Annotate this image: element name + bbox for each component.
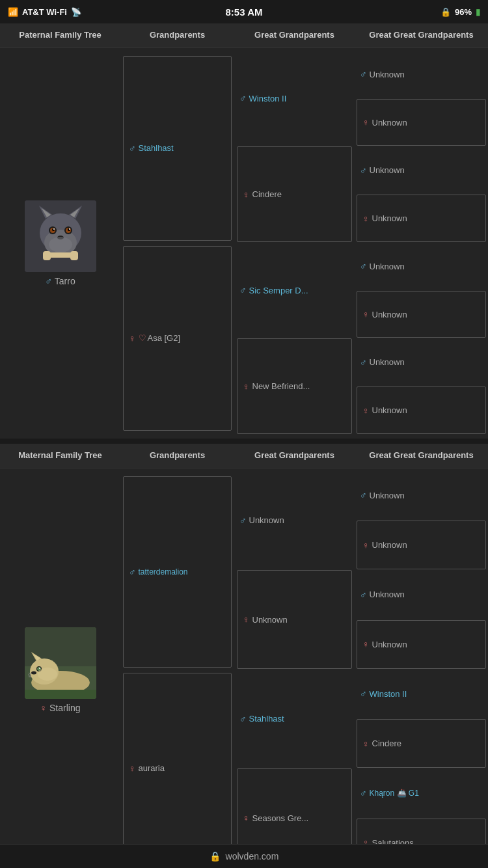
auraria-gender-icon: ♀: [129, 763, 136, 774]
paternal-gggp-ppm[interactable]: ♀ Unknown: [357, 99, 486, 146]
sicsemper-name[interactable]: Sic Semper D...: [249, 286, 308, 295]
cindere-gender-icon: ♀: [243, 189, 250, 200]
mat-ggp-mp-name[interactable]: Stahlhast: [249, 714, 284, 724]
maternal-gggp-pmp[interactable]: ♂ Unknown: [355, 571, 488, 618]
paternal-gggp-mpm[interactable]: ♀ Unknown: [357, 291, 486, 338]
svg-point-14: [69, 228, 70, 230]
mat-gggp-mmp-name[interactable]: Khąron 🚢 G1: [370, 789, 419, 798]
status-time: 8:53 AM: [226, 7, 263, 18]
gggp-mmp-name[interactable]: Unknown: [370, 357, 405, 367]
paternal-gggp-ppp[interactable]: ♂ Unknown: [355, 51, 488, 98]
paternal-gggp-mmm[interactable]: ♀ Unknown: [357, 387, 486, 434]
tatterdemalion-name[interactable]: tatterdemalion: [139, 567, 188, 576]
maternal-gp-pat[interactable]: ♂ tatterdemalion: [123, 476, 232, 668]
svg-point-28: [39, 668, 40, 669]
starling-name-row: ♀ Starling: [40, 703, 81, 713]
gggp-mpm-name[interactable]: Unknown: [372, 310, 407, 319]
asa-gender-icon: ♀: [129, 333, 136, 344]
tarro-avatar[interactable]: [25, 200, 96, 272]
starling-gender-icon: ♀: [40, 703, 47, 713]
gggp-ppp-name[interactable]: Unknown: [370, 70, 405, 79]
maternal-gggp-col: ♂ Unknown ♀ Unknown ♂ Unknown ♀ Unknown …: [355, 468, 488, 868]
mat-ggp-pp-gender: ♂: [239, 515, 247, 526]
mat-gggp-pmp-gender: ♂: [360, 590, 367, 600]
maternal-gggp-ppm[interactable]: ♀ Unknown: [357, 521, 486, 569]
maternal-ggp-pm[interactable]: ♀ Unknown: [237, 570, 352, 669]
mat-ggp-pm-name[interactable]: Unknown: [252, 615, 288, 625]
svg-point-30: [38, 668, 57, 681]
maternal-col-header-2: Grandparents: [120, 448, 234, 464]
footer-lock-icon: 🔒: [210, 851, 221, 861]
footer: 🔒 wolvden.com: [0, 844, 488, 868]
paternal-col-headers: Paternal Family Tree Grandparents Great …: [0, 23, 488, 48]
svg-point-19: [49, 237, 72, 252]
svg-point-13: [53, 228, 55, 230]
sicsemper-gender-icon: ♂: [239, 285, 247, 295]
paternal-col-header-4: Great Great Grandparents: [355, 27, 488, 44]
maternal-gggp-mpm[interactable]: ♀ Cindere: [357, 719, 486, 768]
gggp-mpp-name[interactable]: Unknown: [370, 262, 405, 271]
gggp-ppm-gender: ♀: [362, 117, 370, 128]
mat-gggp-mpp-name[interactable]: Winston II: [370, 689, 407, 699]
mat-gggp-pmp-name[interactable]: Unknown: [370, 590, 405, 599]
paternal-col-header-2: Grandparents: [120, 27, 234, 44]
starling-name[interactable]: Starling: [49, 703, 80, 713]
svg-rect-17: [43, 251, 51, 260]
mat-gggp-ppm-gender: ♀: [362, 540, 370, 550]
mat-gggp-pmm-name[interactable]: Unknown: [372, 640, 407, 649]
maternal-ggp-mp[interactable]: ♂ Stahlhast: [234, 670, 355, 768]
paternal-gggp-pmm[interactable]: ♀ Unknown: [357, 195, 486, 242]
paternal-gggp-mpp[interactable]: ♂ Unknown: [355, 243, 488, 290]
cindere-name[interactable]: Cindere: [252, 189, 282, 199]
maternal-gggp-pmm[interactable]: ♀ Unknown: [357, 620, 486, 669]
footer-url[interactable]: wolvden.com: [226, 851, 279, 861]
mat-gggp-ppm-name[interactable]: Unknown: [372, 540, 407, 550]
paternal-ggp-pm[interactable]: ♀ Cindere: [237, 146, 352, 242]
mat-gggp-pmm-gender: ♀: [362, 639, 370, 649]
maternal-gp-mat[interactable]: ♀ auraria: [123, 673, 232, 864]
stahlhast-name[interactable]: Stahlhast: [139, 143, 174, 153]
maternal-gggp-ppp[interactable]: ♂ Unknown: [355, 472, 488, 519]
paternal-col-header-1: Paternal Family Tree: [0, 27, 120, 44]
gggp-ppm-name[interactable]: Unknown: [372, 118, 407, 128]
maternal-gggp-mmp[interactable]: ♂ Khąron 🚢 G1: [355, 769, 488, 817]
status-left: 📶 AT&T Wi-Fi 📡: [8, 7, 81, 17]
paternal-ggp-pp[interactable]: ♂ Winston II: [234, 51, 355, 146]
gggp-pmp-gender: ♂: [360, 165, 367, 176]
mat-ggp-mp-gender: ♂: [239, 714, 247, 724]
gggp-mpp-gender: ♂: [360, 261, 367, 271]
newbefriend-gender-icon: ♀: [243, 381, 250, 392]
starling-avatar[interactable]: [25, 627, 96, 699]
paternal-ggp-mm[interactable]: ♀ New Befriend...: [237, 338, 352, 434]
maternal-self-col: ♀ Starling: [0, 468, 120, 868]
asa-name[interactable]: Asa [G2]: [148, 333, 181, 343]
mat-gggp-ppp-name[interactable]: Unknown: [370, 491, 405, 500]
tatterdemalion-gender-icon: ♂: [129, 567, 136, 577]
section-divider: [0, 439, 488, 444]
mat-gggp-mpm-gender: ♀: [362, 739, 370, 749]
gggp-mmp-gender: ♂: [360, 357, 367, 368]
gggp-pmp-name[interactable]: Unknown: [370, 165, 405, 175]
tarro-name[interactable]: Tarro: [55, 276, 75, 286]
mat-gggp-mpm-name[interactable]: Cindere: [372, 739, 402, 748]
maternal-ggp-pp[interactable]: ♂ Unknown: [234, 472, 355, 569]
mat-ggp-pp-name[interactable]: Unknown: [249, 515, 284, 525]
auraria-name[interactable]: auraria: [139, 763, 165, 773]
maternal-col-headers: Maternal Family Tree Grandparents Great …: [0, 444, 488, 468]
paternal-ggp-mp[interactable]: ♂ Sic Semper D...: [234, 243, 355, 338]
maternal-gggp-mpp[interactable]: ♂ Winston II: [355, 670, 488, 718]
newbefriend-name[interactable]: New Befriend...: [252, 381, 310, 391]
mat-ggp-mm-gender: ♀: [243, 813, 250, 823]
svg-rect-34: [25, 690, 96, 699]
paternal-gp-pat[interactable]: ♂ Stahlhast: [123, 56, 232, 241]
paternal-gggp-mmp[interactable]: ♂ Unknown: [355, 339, 488, 385]
status-bar: 📶 AT&T Wi-Fi 📡 8:53 AM 🔒 96% ▮: [0, 0, 488, 23]
gggp-pmm-name[interactable]: Unknown: [372, 213, 407, 223]
winston2-name[interactable]: Winston II: [249, 94, 287, 103]
battery-label: 96%: [455, 7, 472, 17]
paternal-gggp-pmp[interactable]: ♂ Unknown: [355, 147, 488, 193]
paternal-gp-mat[interactable]: ♀ ♡ Asa [G2]: [123, 246, 232, 431]
gggp-mmm-name[interactable]: Unknown: [372, 405, 407, 415]
mat-gggp-ppp-gender: ♂: [360, 490, 367, 500]
mat-ggp-mm-name[interactable]: Seasons Gre...: [252, 813, 309, 823]
